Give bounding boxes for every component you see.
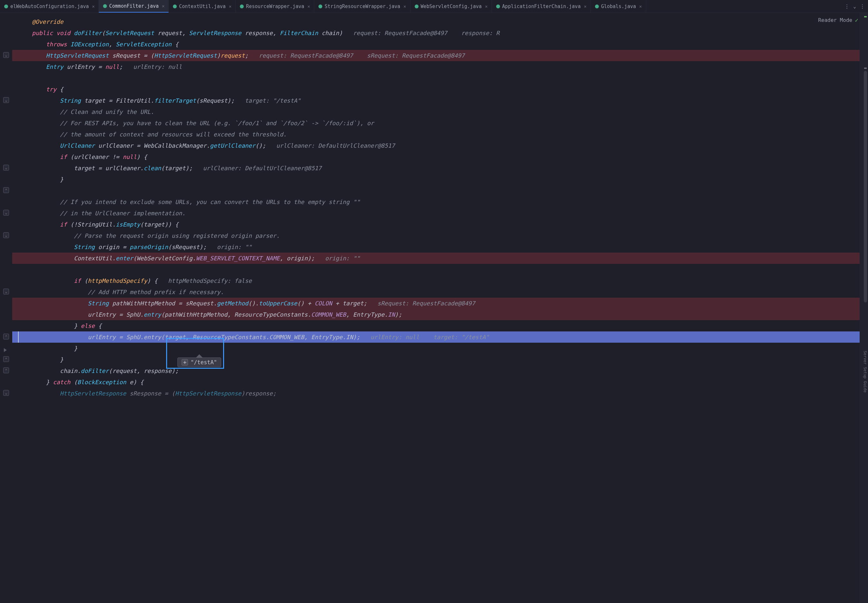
inline-hint: sRequest: RequestFacade@8497	[367, 52, 465, 59]
close-icon[interactable]: ×	[584, 4, 586, 9]
java-file-icon	[318, 4, 322, 9]
tab-file-1[interactable]: CommonFilter.java ×	[99, 0, 169, 12]
inline-hint: urlEntry: null	[370, 334, 420, 340]
svg-point-6	[496, 5, 500, 8]
tab-file-5[interactable]: WebServletConfig.java ×	[411, 0, 492, 12]
inline-hint: origin: ""	[217, 244, 252, 250]
tab-label: ContextUtil.java	[179, 3, 226, 9]
java-file-icon	[414, 4, 419, 9]
inline-hint: request: RequestFacade@8497	[259, 52, 353, 59]
comment: // If you intend to exclude some URLs, y…	[60, 198, 360, 205]
close-icon[interactable]: ×	[639, 4, 642, 9]
comment: // Add HTTP method prefix if necessary.	[88, 289, 224, 295]
close-icon[interactable]: ×	[229, 4, 231, 9]
close-icon[interactable]: ×	[162, 3, 164, 9]
tooltip-arrow-icon	[196, 354, 203, 357]
inline-hint: urlEntry: null	[133, 63, 182, 70]
gutter-fold-icon[interactable]: ⌄	[3, 52, 9, 58]
java-file-icon	[4, 4, 8, 9]
scrollbar-vertical[interactable]	[864, 71, 867, 303]
tabs-overflow-controls: ⋮ ⌄ ⋮	[841, 0, 868, 12]
inline-hint: urlCleaner: DefaultUrlCleaner@8517	[276, 142, 395, 149]
editor-overview-ruler[interactable]	[860, 13, 868, 603]
svg-point-0	[4, 5, 8, 8]
inline-hint: urlCleaner: DefaultUrlCleaner@8517	[203, 165, 321, 172]
comment: // the amount of context and resources w…	[60, 131, 287, 138]
java-file-icon	[240, 4, 244, 9]
gutter-fold-icon[interactable]: ⌃	[3, 368, 9, 373]
gutter-fold-icon[interactable]: ⌃	[3, 334, 9, 339]
gutter-fold-icon[interactable]: ⌄	[3, 165, 9, 170]
tabs-menu-icon[interactable]: ⋮	[860, 3, 865, 9]
svg-point-1	[103, 4, 107, 8]
editor-gutter: ⌄ ⌄ ⌄ ⌃ ⌄ ⌄ ⌄ ⌃ ⌃ ⌃ ⌄	[0, 13, 12, 603]
gutter-fold-icon[interactable]: ⌃	[3, 187, 9, 193]
svg-point-2	[173, 5, 177, 8]
java-file-icon	[496, 4, 500, 9]
close-icon[interactable]: ×	[92, 4, 95, 9]
gutter-fold-icon[interactable]: ⌄	[3, 97, 9, 103]
tab-file-4[interactable]: StringResourceWrapper.java ×	[314, 0, 410, 12]
tab-file-2[interactable]: ContextUtil.java ×	[169, 0, 236, 12]
annotation: @Override	[32, 19, 64, 25]
coverage-highlight: String pathWithHttpMethod = sRequest.get…	[12, 298, 860, 309]
caret-icon	[18, 331, 19, 343]
inline-hint: target: "/testA"	[245, 97, 301, 104]
tool-window-label[interactable]: Server Setup Guide	[863, 351, 867, 393]
comment: // Parse the request origin using regist…	[74, 232, 279, 239]
tab-label: Globals.java	[601, 3, 636, 9]
tab-label: ApplicationFilterChain.java	[502, 3, 581, 9]
debug-tooltip-value: "/testA"	[191, 359, 217, 365]
gutter-fold-icon[interactable]: ⌄	[3, 210, 9, 216]
tab-label: elWebAutoConfiguration.java	[10, 3, 89, 9]
tabs-more-icon[interactable]: ⋮	[845, 3, 849, 9]
comment: // For REST APIs, you have to clean the …	[60, 120, 374, 127]
tab-file-6[interactable]: ApplicationFilterChain.java ×	[492, 0, 591, 12]
code-content[interactable]: @Override public void doFilter(ServletRe…	[12, 13, 860, 603]
execution-line-highlight: urlEntry = SphU.entry(target, ResourceTy…	[12, 331, 860, 343]
editor-tabs: elWebAutoConfiguration.java × CommonFilt…	[0, 0, 868, 13]
java-file-icon	[172, 4, 177, 9]
close-icon[interactable]: ×	[485, 4, 487, 9]
tab-file-0[interactable]: elWebAutoConfiguration.java ×	[0, 0, 99, 12]
expand-icon[interactable]: +	[181, 359, 188, 365]
inline-hint: sRequest: RequestFacade@8497	[377, 300, 475, 307]
svg-point-4	[318, 5, 322, 8]
inline-hint: origin: ""	[325, 255, 360, 261]
inline-hint: request: RequestFacade@8497	[353, 29, 448, 36]
tab-label: WebServletConfig.java	[421, 3, 482, 9]
gutter-fold-icon[interactable]: ⌄	[3, 390, 9, 396]
gutter-fold-icon[interactable]: ⌃	[3, 356, 9, 362]
tab-label: StringResourceWrapper.java	[324, 3, 400, 9]
inline-hint: response: R	[461, 29, 499, 36]
tab-label: ResourceWrapper.java	[246, 3, 304, 9]
inline-hint: target: "/testA"	[433, 334, 489, 340]
tab-file-7[interactable]: Globals.java ×	[591, 0, 646, 12]
execution-pointer-icon	[4, 348, 7, 352]
close-icon[interactable]: ×	[403, 4, 406, 9]
overview-marker	[864, 16, 867, 17]
gutter-fold-icon[interactable]: ⌄	[3, 289, 9, 294]
svg-point-7	[595, 5, 599, 8]
gutter-fold-icon[interactable]: ⌄	[3, 232, 9, 238]
java-file-icon	[595, 4, 599, 9]
coverage-highlight: HttpServletRequest sRequest = (HttpServl…	[12, 50, 860, 61]
comment: // Clean and unify the URL.	[60, 108, 154, 115]
tab-label: CommonFilter.java	[109, 3, 159, 9]
debug-value-tooltip[interactable]: + "/testA"	[177, 354, 221, 367]
editor-area: ⌄ ⌄ ⌄ ⌃ ⌄ ⌄ ⌄ ⌃ ⌃ ⌃ ⌄ @Override public v…	[0, 13, 868, 603]
overview-marker	[864, 68, 867, 69]
tabs-dropdown-icon[interactable]: ⌄	[853, 3, 856, 9]
java-file-icon	[103, 4, 107, 8]
comment: // in the UrlCleaner implementation.	[60, 210, 186, 216]
tab-file-3[interactable]: ResourceWrapper.java ×	[236, 0, 314, 12]
inline-hint: httpMethodSpecify: false	[168, 277, 252, 284]
svg-point-3	[240, 5, 244, 8]
coverage-highlight: ContextUtil.enter(WebServletConfig.WEB_S…	[12, 253, 860, 264]
coverage-highlight: urlEntry = SphU.entry(pathWithHttpMethod…	[12, 309, 860, 320]
svg-point-5	[415, 5, 418, 8]
close-icon[interactable]: ×	[307, 4, 310, 9]
